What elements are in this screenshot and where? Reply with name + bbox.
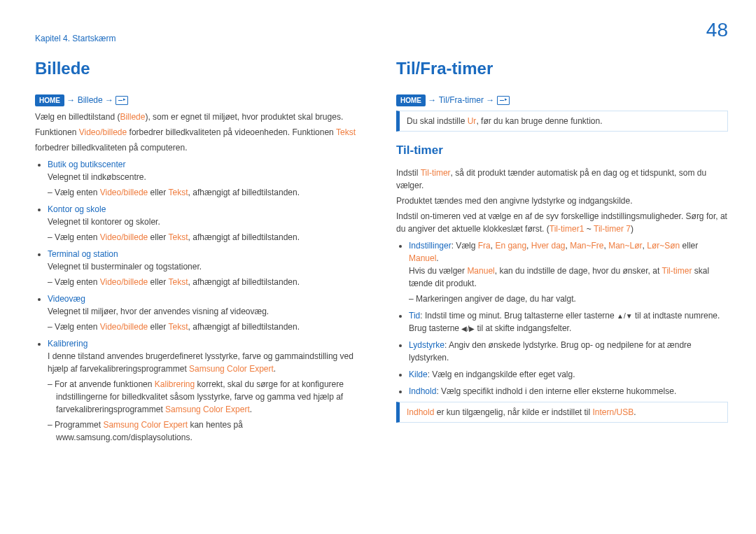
bullet-list: Indstillinger: Vælg Fra, En gang, Hver d…	[396, 239, 728, 398]
list-item: Tid: Indstil time og minut. Brug taltast…	[409, 309, 728, 335]
highlight-term: Tekst	[336, 127, 356, 137]
item-label: Lydstyrke	[409, 340, 444, 350]
list-item: Lydstyrke: Angiv den ønskede lydstyrke. …	[409, 339, 728, 364]
arrow-icon: →	[486, 95, 494, 105]
page-header: Kapitel 4. Startskærm 48	[35, 15, 728, 45]
page-number: 48	[706, 15, 728, 45]
dash-item: Vælg enten Video/billede eller Tekst, af…	[56, 231, 367, 244]
highlight-term: Billede	[120, 112, 145, 122]
subheading-tiltimer: Til-timer	[396, 141, 728, 160]
home-badge: HOME	[396, 94, 426, 106]
right-column: Til/Fra-timer HOME → Til/Fra-timer → Du …	[396, 56, 728, 448]
item-desc: Hvis du vælger Manuel, kan du indstille …	[409, 265, 728, 290]
highlight-term: Video/billede	[79, 127, 127, 137]
item-label: Butik og butikscenter	[48, 160, 125, 169]
body-text: Indstil on-timeren ved at vælge en af de…	[396, 210, 728, 235]
enter-icon	[497, 96, 510, 105]
path-link: Billede	[78, 95, 103, 105]
arrow-icon: →	[428, 95, 436, 105]
section-heading-timer: Til/Fra-timer	[396, 56, 728, 81]
item-desc: Velegnet til busterminaler og togstation…	[48, 260, 367, 273]
dash-item: Vælg enten Video/billede eller Tekst, af…	[56, 321, 367, 333]
item-label: Kontor og skole	[48, 204, 106, 214]
item-label: Videovæg	[48, 294, 85, 304]
body-text: forbedrer billedkvaliteten på computeren…	[35, 141, 367, 154]
list-item: Terminal og station Velegnet til busterm…	[48, 248, 367, 288]
list-item: Kilde: Vælg en indgangskilde efter eget …	[409, 368, 728, 381]
body-text: Vælg en billedtilstand (Billede), som er…	[35, 111, 367, 123]
dash-item: Programmet Samsung Color Expert kan hent…	[56, 419, 367, 444]
list-item: Indhold: Vælg specifikt indhold i den in…	[409, 385, 728, 398]
list-item: Videovæg Velegnet til miljøer, hvor der …	[48, 293, 367, 333]
arrow-icon: →	[66, 95, 75, 105]
list-item: Kalibrering I denne tilstand anvendes br…	[48, 337, 367, 444]
body-text: Produktet tændes med den angivne lydstyr…	[396, 195, 728, 207]
item-desc: Velegnet til miljøer, hvor der anvendes …	[48, 305, 367, 318]
item-desc: Velegnet til kontorer og skoler.	[48, 216, 367, 228]
body-text: Indstil Til-timer, så dit produkt tænder…	[396, 167, 728, 192]
section-heading-billede: Billede	[35, 56, 367, 81]
note-box: Du skal indstille Ur, før du kan bruge d…	[396, 111, 728, 132]
item-label: Kilde	[409, 370, 428, 379]
dash-item: Vælg enten Video/billede eller Tekst, af…	[56, 186, 367, 199]
document-page: Kapitel 4. Startskærm 48 Billede HOME → …	[0, 0, 756, 448]
item-label: Indhold	[409, 386, 436, 396]
list-item: Butik og butikscenter Velegnet til indkø…	[48, 158, 367, 199]
note-box: Indhold er kun tilgængelig, når kilde er…	[396, 402, 728, 423]
list-item: Indstillinger: Vælg Fra, En gang, Hver d…	[409, 239, 728, 305]
enter-icon	[115, 96, 128, 105]
updown-icon: ▲/▼	[617, 312, 633, 320]
home-badge: HOME	[35, 94, 64, 106]
item-desc: Velegnet til indkøbscentre.	[48, 171, 367, 183]
chapter-title: Kapitel 4. Startskærm	[35, 32, 115, 45]
item-label: Indstillinger	[409, 241, 451, 251]
item-desc: I denne tilstand anvendes brugerdefinere…	[48, 350, 367, 375]
path-link: Til/Fra-timer	[439, 95, 484, 105]
bullet-list: Butik og butikscenter Velegnet til indkø…	[35, 158, 367, 444]
arrow-icon: →	[105, 95, 113, 105]
left-column: Billede HOME → Billede → Vælg en billedt…	[35, 56, 367, 448]
item-label: Terminal og station	[48, 249, 118, 259]
body-text: Funktionen Video/billede forbedrer bille…	[35, 126, 367, 139]
nav-path-timer: HOME → Til/Fra-timer →	[396, 94, 728, 106]
list-item: Kontor og skole Velegnet til kontorer og…	[48, 203, 367, 244]
nav-path-billede: HOME → Billede →	[35, 94, 367, 106]
dash-item: Vælg enten Video/billede eller Tekst, af…	[56, 276, 367, 288]
item-label: Tid	[409, 311, 420, 321]
leftright-icon: ◀/▶	[461, 325, 475, 332]
dash-item: Markeringen angiver de dage, du har valg…	[417, 293, 728, 305]
dash-item: For at anvende funktionen Kalibrering ko…	[56, 378, 367, 416]
item-label: Kalibrering	[48, 339, 88, 349]
